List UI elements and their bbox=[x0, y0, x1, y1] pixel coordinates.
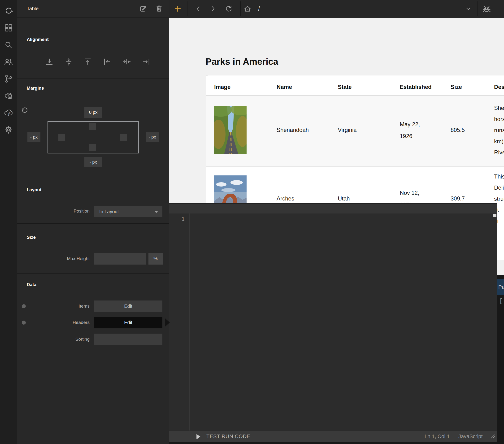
max-height-input[interactable] bbox=[94, 253, 146, 265]
code-editor-popup[interactable]: 1 TEST RUN CODE Ln 1, Col 1 JavaScript bbox=[169, 203, 497, 444]
margins-reset-icon[interactable] bbox=[21, 107, 28, 115]
align-bottom-button[interactable] bbox=[45, 58, 54, 67]
align-left-button[interactable] bbox=[103, 58, 111, 67]
column-header-image[interactable]: Image bbox=[214, 81, 231, 93]
test-run-code-button[interactable]: TEST RUN CODE bbox=[206, 431, 250, 442]
sorting-label: Sorting bbox=[42, 337, 90, 342]
state-selected-item[interactable]: Pa bbox=[497, 279, 504, 295]
data-heading: Data bbox=[27, 282, 36, 287]
add-component-button[interactable] bbox=[174, 5, 181, 13]
established-line1: May 22, bbox=[400, 118, 420, 130]
column-header-established[interactable]: Established bbox=[400, 81, 432, 93]
column-header-state[interactable]: State bbox=[338, 81, 352, 93]
margin-top-input[interactable]: 0 px bbox=[84, 107, 102, 118]
margin-bottom-input[interactable]: - px bbox=[84, 157, 102, 167]
headers-edit-button[interactable]: Edit bbox=[94, 317, 162, 328]
language-label: JavaScript bbox=[458, 431, 483, 442]
description-line: Delic bbox=[494, 182, 504, 193]
headers-popover-caret bbox=[165, 318, 170, 327]
align-center-vertical-button[interactable] bbox=[65, 58, 73, 67]
column-header-size[interactable]: Size bbox=[450, 81, 462, 93]
debug-icon[interactable] bbox=[482, 4, 491, 14]
cell-name: Arches bbox=[277, 193, 294, 204]
align-center-horizontal-button[interactable] bbox=[123, 58, 131, 67]
column-header-name[interactable]: Name bbox=[277, 81, 292, 93]
nav-forward-icon[interactable] bbox=[209, 5, 217, 14]
nav-back-icon[interactable] bbox=[194, 5, 202, 14]
items-label: Items bbox=[42, 304, 90, 309]
home-icon[interactable] bbox=[243, 5, 252, 14]
position-select[interactable]: In Layout bbox=[94, 206, 162, 217]
cloud-function-icon[interactable]: f bbox=[4, 108, 13, 118]
established-line2: 1926 bbox=[400, 130, 420, 142]
users-icon[interactable] bbox=[4, 57, 13, 67]
app-window: f Table Alignment bbox=[0, 0, 504, 444]
delete-component-icon[interactable] bbox=[155, 5, 163, 13]
max-height-label: Max Height bbox=[42, 256, 90, 261]
position-label: Position bbox=[42, 208, 90, 214]
align-right-button[interactable] bbox=[142, 58, 150, 67]
url-path[interactable]: / bbox=[258, 0, 260, 18]
cursor-position: Ln 1, Col 1 bbox=[425, 431, 450, 442]
gear-icon[interactable] bbox=[4, 125, 13, 135]
cloud-database-icon[interactable] bbox=[4, 91, 13, 101]
resize-handle[interactable] bbox=[490, 434, 495, 440]
items-edit-button[interactable]: Edit bbox=[94, 300, 162, 312]
state-item-label: Pa bbox=[498, 279, 504, 295]
description-line: This bbox=[494, 171, 504, 182]
icon-rail: f bbox=[0, 0, 18, 444]
alignment-heading: Alignment bbox=[27, 37, 49, 42]
headers-binding-dot[interactable] bbox=[22, 321, 26, 325]
headers-label: Headers bbox=[42, 320, 90, 325]
grid-icon[interactable] bbox=[4, 23, 13, 33]
popup-status-bar: TEST RUN CODE Ln 1, Col 1 JavaScript bbox=[169, 430, 497, 442]
position-select-value: In Layout bbox=[99, 206, 119, 217]
run-play-icon[interactable] bbox=[197, 434, 201, 440]
size-heading: Size bbox=[27, 235, 36, 240]
canvas-toolbar: / bbox=[169, 0, 504, 18]
items-binding-dot[interactable] bbox=[22, 304, 26, 308]
code-input-area[interactable] bbox=[190, 213, 493, 430]
established-line1: Nov 12, bbox=[400, 187, 419, 199]
search-icon[interactable] bbox=[4, 40, 13, 50]
right-panel-sliver: Pa [ bbox=[497, 275, 504, 444]
margins-heading: Margins bbox=[27, 86, 44, 91]
cell-size: 805.5 bbox=[450, 124, 465, 136]
max-height-unit: % bbox=[148, 253, 163, 265]
cell-size: 309.7 bbox=[450, 193, 465, 204]
code-fragment: [ bbox=[499, 297, 503, 305]
edit-component-icon[interactable] bbox=[139, 5, 147, 13]
editor-scrollbar-thumb[interactable] bbox=[493, 214, 496, 217]
description-line: runs bbox=[494, 125, 504, 136]
park-photo-shenandoah bbox=[214, 106, 247, 154]
svg-text:f: f bbox=[8, 111, 10, 117]
margin-right-handle[interactable] bbox=[120, 134, 127, 141]
cell-description: Shen hors runs km), Rive bbox=[494, 102, 504, 158]
sorting-input[interactable] bbox=[94, 333, 162, 345]
logo-loop-icon[interactable] bbox=[4, 6, 13, 16]
layout-heading: Layout bbox=[27, 187, 41, 192]
description-line: km), bbox=[494, 136, 504, 147]
column-header-description[interactable]: Description bbox=[494, 81, 504, 93]
margin-top-handle[interactable] bbox=[89, 123, 96, 130]
margin-left-handle[interactable] bbox=[58, 134, 65, 141]
gutter-line-number: 1 bbox=[175, 216, 185, 222]
description-line: hors bbox=[494, 113, 504, 125]
refresh-icon[interactable] bbox=[224, 5, 232, 14]
cell-state: Utah bbox=[338, 193, 350, 204]
preview-chevron-icon[interactable] bbox=[464, 5, 472, 14]
cell-name: Shenandoah bbox=[277, 124, 309, 136]
popup-drag-bar[interactable] bbox=[169, 204, 497, 213]
page-title: Parks in America bbox=[206, 57, 278, 67]
margin-bottom-handle[interactable] bbox=[89, 144, 96, 151]
inspector-title: Table bbox=[27, 6, 38, 11]
cell-state: Virginia bbox=[338, 124, 357, 136]
cell-established: May 22, 1926 bbox=[400, 118, 420, 142]
margin-right-input[interactable]: - px bbox=[146, 132, 159, 142]
description-line: Rive bbox=[494, 147, 504, 158]
chevron-down-icon bbox=[154, 211, 158, 213]
align-top-button[interactable] bbox=[84, 58, 92, 67]
git-branch-icon[interactable] bbox=[4, 74, 13, 84]
description-line: Shen bbox=[494, 102, 504, 113]
margin-left-input[interactable]: - px bbox=[27, 132, 40, 142]
